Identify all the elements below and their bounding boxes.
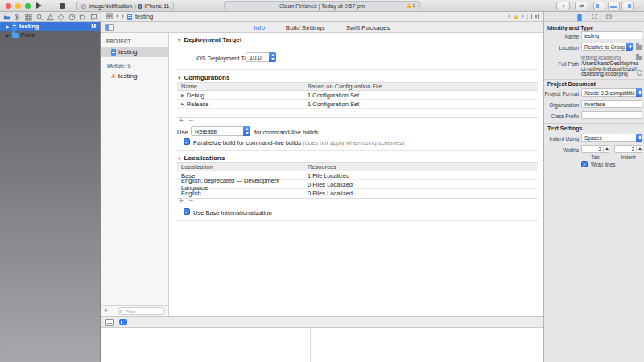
tab-width-stepper[interactable]: 2 (581, 145, 609, 153)
disclosure-triangle-icon[interactable]: ▶ (181, 101, 184, 106)
debug-area-active-icon[interactable] (119, 319, 127, 325)
remove-localization-button[interactable]: − (189, 196, 200, 205)
filter-icon: ⊙ (119, 308, 123, 314)
navigator-item-testing[interactable]: ▶ testing M (0, 22, 100, 31)
section-localizations: ▼Localizations (177, 154, 225, 162)
choose-location-folder-icon[interactable] (636, 45, 642, 50)
configurations-table: Name Based on Configuration File ▶Debug … (177, 82, 538, 118)
target-item-testing[interactable]: A testing (101, 71, 168, 81)
project-document-header: Project Document (547, 81, 596, 87)
stepper-arrows-icon[interactable] (636, 146, 642, 152)
localization-add-remove: +− (179, 196, 200, 205)
back-button[interactable]: ‹ (116, 13, 118, 20)
previous-issue-button[interactable]: ‹ (508, 13, 510, 20)
class-prefix-field[interactable] (581, 111, 642, 119)
toggle-inspector-button[interactable] (621, 2, 634, 10)
disclosure-triangle-icon[interactable]: ▶ (6, 24, 10, 29)
project-format-label: Project Format (544, 91, 579, 97)
next-issue-button[interactable]: › (522, 13, 524, 20)
scheme-target-label: ImageNotification (89, 3, 132, 9)
library-button[interactable]: + (556, 2, 570, 10)
disclosure-down-icon[interactable]: ▼ (177, 38, 181, 43)
filter-input[interactable] (118, 307, 165, 315)
name-field[interactable] (581, 31, 642, 39)
disclosure-down-icon[interactable]: ▼ (177, 156, 181, 161)
tab-swift-packages[interactable]: Swift Packages (346, 24, 390, 31)
project-file-icon (111, 49, 116, 56)
project-format-dropdown[interactable]: Xcode 9.3-compatible (581, 88, 642, 97)
stop-button[interactable] (60, 3, 65, 9)
table-row[interactable]: ▶Release 1 Configuration Set (177, 100, 538, 109)
indent-using-dropdown[interactable]: Spaces (581, 134, 642, 142)
issue-warning-icon[interactable] (514, 14, 518, 19)
warning-counter[interactable]: 2 (407, 3, 415, 8)
zoom-window-button[interactable] (25, 3, 31, 9)
wrap-lines-label: Wrap lines (591, 162, 616, 167)
disclosure-down-icon[interactable]: ▼ (177, 76, 181, 80)
quick-help-inspector-icon[interactable]: ? (606, 14, 612, 19)
identity-type-header: Identity and Type (547, 25, 593, 31)
folder-icon (12, 33, 19, 38)
text-settings-header: Text Settings (547, 125, 582, 131)
forward-button[interactable]: › (122, 13, 124, 20)
jump-bar-file-name[interactable]: testing (135, 13, 153, 20)
command-line-config-dropdown[interactable]: Release (191, 126, 250, 136)
add-localization-button[interactable]: + (179, 196, 189, 205)
dropdown-stepper-icon (636, 88, 642, 97)
activity-status-bar: Clean Finished | Today at 9:57 pm 2 (224, 1, 420, 10)
minimize-window-button[interactable] (15, 3, 21, 9)
jump-bar: ‹ › testing ‹ › (101, 12, 543, 22)
run-button[interactable] (36, 2, 42, 9)
tab-info[interactable]: Info (254, 24, 265, 31)
project-targets-sidebar: PROJECT testing TARGETS A testing + − ⊙ (101, 33, 169, 316)
editor-layout-icon[interactable] (531, 14, 539, 19)
remove-target-button[interactable]: − (110, 307, 114, 315)
dropdown-stepper-icon (636, 134, 642, 142)
hide-debug-area-icon[interactable] (105, 319, 114, 326)
toggle-navigator-button[interactable] (593, 2, 605, 10)
related-items-icon[interactable] (106, 13, 113, 21)
project-item-testing[interactable]: testing (101, 47, 168, 57)
device-icon (138, 4, 142, 9)
table-row[interactable]: English, deprecated — Development Langua… (177, 180, 538, 189)
section-deployment-target: ▼Deployment Target (177, 36, 242, 43)
table-row[interactable]: English 0 Files Localized (177, 189, 538, 198)
history-inspector-icon[interactable]: ○ (592, 14, 597, 19)
base-internationalization-checkbox[interactable]: ✓ (184, 208, 190, 215)
console-split-divider[interactable] (310, 328, 311, 362)
tab-caption: Tab (581, 154, 609, 160)
full-path-value: /Users/kans/Desktop/react-native-firebas… (581, 61, 639, 77)
table-row[interactable]: ▶Debug 1 Configuration Set (177, 91, 538, 100)
location-dropdown[interactable]: Relative to Group (581, 43, 633, 51)
navigator-item-pods[interactable]: ▶ Pods (0, 31, 100, 39)
stepper-arrows-icon[interactable] (603, 146, 609, 152)
warning-icon (407, 3, 411, 8)
indent-width-stepper[interactable]: 2 (614, 145, 642, 153)
wrap-lines-checkbox[interactable]: ✓ (581, 161, 588, 167)
add-target-button[interactable]: + (104, 307, 108, 315)
disclosure-triangle-icon[interactable]: ▶ (181, 93, 184, 97)
parallelize-note: (does not apply when using schemes) (303, 139, 404, 146)
inspector-tab-bar: ○ ? (543, 12, 644, 22)
disclosure-triangle-icon[interactable]: ▶ (6, 33, 10, 38)
chevron-right-icon: ⟩ (134, 3, 136, 9)
name-label: Name (544, 34, 579, 39)
parallelize-checkbox[interactable]: ✓ (184, 138, 190, 145)
config-add-remove: +− (179, 116, 200, 125)
dropdown-stepper-icon (243, 126, 250, 136)
scheme-target-icon: i (81, 4, 86, 9)
table-row-empty (177, 109, 538, 117)
targets-group-header: TARGETS (101, 57, 168, 71)
indent-using-label: Indent Using (544, 136, 579, 142)
status-message: Clean Finished | Today at 9:57 pm (279, 3, 365, 9)
toggle-debug-area-button[interactable] (608, 2, 620, 10)
divider (544, 123, 644, 124)
add-configuration-button[interactable]: + (179, 116, 189, 125)
navigator-item-label: Pods (21, 31, 35, 39)
ios-deployment-target-dropdown[interactable]: 10.0 (246, 52, 276, 62)
open-path-arrow-icon[interactable]: → (637, 70, 642, 76)
remove-configuration-button[interactable]: − (189, 116, 200, 125)
tab-build-settings[interactable]: Build Settings (286, 24, 325, 31)
close-window-button[interactable] (6, 3, 11, 9)
organization-field[interactable] (581, 100, 642, 108)
